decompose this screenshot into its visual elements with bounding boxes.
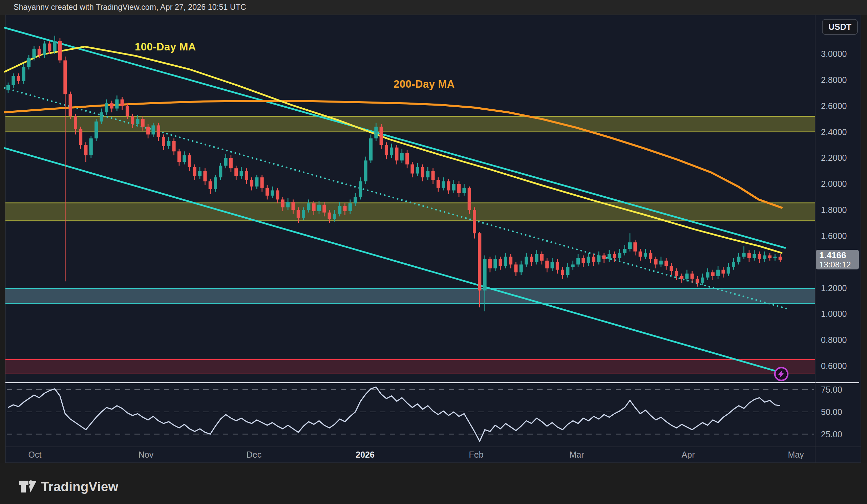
candle-body <box>312 204 315 211</box>
candle-body <box>752 254 756 258</box>
candle-body <box>245 171 248 180</box>
time-tick-label: Feb <box>469 450 483 459</box>
candle-body <box>95 121 98 139</box>
candle-body <box>172 141 176 152</box>
candle-body <box>234 168 238 176</box>
candle-body <box>89 139 93 155</box>
candle-body <box>748 253 751 258</box>
candle-body <box>452 184 456 190</box>
candle-body <box>302 210 305 218</box>
candle-body <box>58 41 62 61</box>
candle-body <box>84 145 88 155</box>
support-zone-teal <box>6 288 815 303</box>
candle-body <box>685 274 688 278</box>
support-zone-red <box>6 360 815 373</box>
time-tick-label: 2026 <box>356 450 375 459</box>
candle-body <box>742 253 746 257</box>
candle-body <box>447 182 450 190</box>
candle-body <box>379 127 383 145</box>
candle-body <box>442 182 445 188</box>
candle-body <box>670 266 673 271</box>
candle-body <box>581 258 585 263</box>
time-tick-label: Apr <box>682 450 695 459</box>
time-tick-label: May <box>788 450 804 459</box>
candle-body <box>27 58 31 67</box>
tradingview-logo[interactable]: TradingView <box>19 479 119 495</box>
price-tick-label: 2.0000 <box>821 179 847 188</box>
candle-body <box>468 188 471 210</box>
candle-body <box>178 151 181 162</box>
boost-button[interactable] <box>775 368 788 381</box>
candle-body <box>69 94 72 116</box>
candle-body <box>338 206 341 214</box>
candle-body <box>675 271 678 276</box>
candle-body <box>38 49 41 55</box>
candle-body <box>260 177 264 188</box>
price-tick-label: 1.8000 <box>821 205 847 215</box>
rsi-tick-label: 50.00 <box>821 407 842 417</box>
candle-body <box>400 153 404 161</box>
time-tick-label: Mar <box>569 450 584 459</box>
candle-body <box>691 274 694 278</box>
candle-body <box>354 197 357 204</box>
candle-body <box>203 171 206 182</box>
candle-body <box>136 119 140 124</box>
time-tick-label: Nov <box>139 450 154 459</box>
candle-body <box>193 167 196 176</box>
candle-body <box>649 253 652 259</box>
candle-body <box>628 242 632 249</box>
candle-body <box>416 167 419 173</box>
candle-body <box>131 117 134 124</box>
candle-body <box>483 259 487 291</box>
candle-body <box>146 127 150 134</box>
candle-body <box>405 153 409 164</box>
candle-body <box>520 264 523 272</box>
candle-body <box>410 164 414 174</box>
candle-body <box>727 267 730 274</box>
candle-body <box>240 171 243 176</box>
price-tick-label: 1.0000 <box>821 309 847 318</box>
candle-body <box>737 256 740 262</box>
currency-badge[interactable]: USDT <box>822 19 858 35</box>
candle-body <box>292 202 295 210</box>
candle-body <box>701 277 704 283</box>
candle-body <box>214 177 217 189</box>
candle-body <box>556 262 559 270</box>
candle-body <box>79 129 82 145</box>
candle-body <box>639 252 642 256</box>
candle-body <box>535 254 538 262</box>
candle-body <box>307 204 310 210</box>
candle-body <box>540 254 544 261</box>
candle-body <box>167 141 170 146</box>
candle-body <box>7 85 10 90</box>
candle-body <box>664 261 668 266</box>
candle-body <box>623 249 627 253</box>
tradingview-logo-icon <box>19 479 36 495</box>
price-tick-label: 0.6000 <box>821 361 847 371</box>
candle-body <box>188 155 191 167</box>
candle-body <box>509 256 512 264</box>
candle-body <box>721 270 725 274</box>
candle-body <box>426 171 429 177</box>
resistance-zone-mid <box>6 203 815 221</box>
candle-body <box>17 76 20 81</box>
candle-body <box>696 279 699 283</box>
ma200-annotation: 200-Day MA <box>394 78 455 90</box>
candle-body <box>602 255 606 260</box>
candle-body <box>551 262 554 269</box>
candle-body <box>349 204 352 211</box>
tradingview-logo-text: TradingView <box>41 480 119 494</box>
candle-body <box>157 125 160 137</box>
candle-body <box>53 41 56 52</box>
candle-body <box>768 255 771 258</box>
candle-body <box>358 182 362 197</box>
candle-body <box>706 272 709 277</box>
candle-body <box>198 171 202 176</box>
last-price-badge: 1.4166 13:08:12 <box>816 250 859 270</box>
candle-body <box>633 242 637 252</box>
candle-body <box>11 76 15 85</box>
candle-body <box>115 99 119 109</box>
candle-body <box>369 139 373 161</box>
candle-body <box>654 259 658 264</box>
chart-canvas[interactable]: 3.00002.80002.60002.40002.20002.00001.80… <box>0 0 867 504</box>
